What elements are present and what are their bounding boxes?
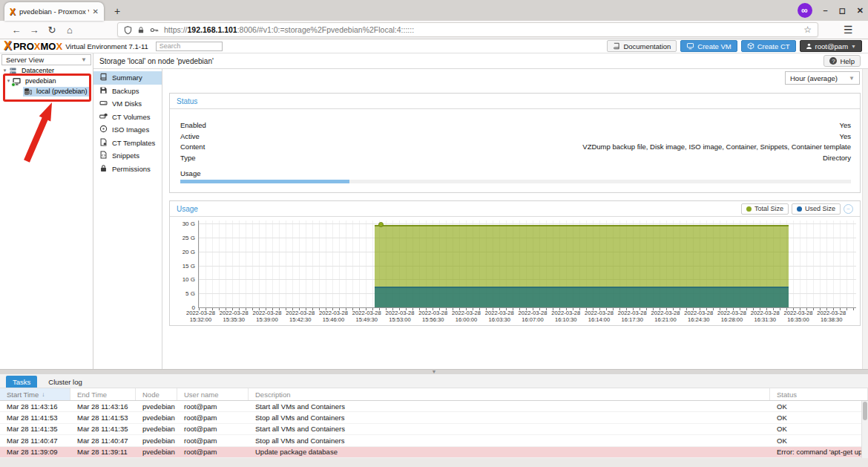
documentation-button[interactable]: Documentation [607, 40, 677, 52]
column-header-user-name[interactable]: User name [177, 388, 249, 400]
column-header-node[interactable]: Node [136, 388, 177, 400]
lock-icon [99, 164, 108, 174]
nav-item-iso-images[interactable]: ISO Images [93, 123, 162, 137]
data-point-marker [378, 222, 384, 227]
x-tick-label: 2022-03-2816:07:00 [519, 310, 548, 323]
usage-progress-bar [180, 180, 851, 183]
browser-tab[interactable]: X pvedebian - Proxmox Virt ✕ [4, 2, 104, 21]
usage-chart-panel: Usage Total SizeUsed Size− 30 G25 G20 G1… [169, 200, 861, 326]
status-panel-title: Status [170, 94, 860, 109]
user-menu-button[interactable]: root@pam ▼ [800, 40, 862, 52]
resource-tree-sidebar: Server View▼ ▾Datacenter▾pvedebianlocal … [0, 53, 93, 369]
tab-tasks[interactable]: Tasks [6, 376, 37, 388]
chevron-down-icon: ▼ [849, 75, 855, 82]
x-tick-label: 2022-03-2815:32:00 [186, 310, 215, 323]
tasks-table-header: Start Time↓End TimeNodeUser nameDescript… [0, 388, 868, 401]
content-scrollbar[interactable] [862, 69, 868, 369]
browser-tab-bar: X pvedebian - Proxmox Virt ✕ + ∞ – ◻ ✕ [0, 0, 868, 21]
legend-total-size[interactable]: Total Size [741, 203, 789, 215]
back-button[interactable]: ← [7, 25, 25, 36]
x-tick-label: 2022-03-2816:31:30 [751, 310, 780, 323]
x-tick-label: 2022-03-2816:14:00 [585, 310, 614, 323]
nav-item-ct-volumes[interactable]: CT Volumes [93, 111, 162, 124]
task-row[interactable]: Mar 28 11:41:35Mar 28 11:41:35pvedebianr… [0, 424, 868, 435]
monitor-icon [686, 42, 694, 50]
usage-label: Usage [180, 168, 851, 178]
x-tick-label: 2022-03-2815:35:30 [220, 310, 249, 323]
node-icon [13, 77, 22, 85]
content-title-bar: Storage 'local' on node 'pvedebian' ?Hel… [93, 53, 868, 69]
create-ct-button[interactable]: Create CT [741, 40, 796, 52]
column-header-end-time[interactable]: End Time [70, 388, 136, 400]
tab-title: pvedebian - Proxmox Virt [19, 7, 89, 16]
proxmox-favicon-icon: X [10, 7, 16, 17]
task-row[interactable]: Mar 28 11:43:16Mar 28 11:43:16pvedebianr… [0, 401, 868, 412]
y-tick-label: 30 G [183, 220, 195, 226]
tab-close-icon[interactable]: ✕ [93, 7, 99, 16]
proxmox-logo: XPROXMOX [4, 39, 62, 53]
tasks-scrollbar[interactable] [861, 401, 868, 458]
status-panel: Status EnabledYesActiveYesContentVZDump … [169, 93, 861, 193]
task-row[interactable]: Mar 28 11:40:47Mar 28 11:40:47pvedebianr… [0, 435, 868, 446]
nav-item-backups[interactable]: Backups [93, 85, 162, 98]
column-header-description[interactable]: Description [249, 388, 770, 400]
view-select[interactable]: Server View▼ [1, 54, 91, 65]
online-badge [11, 82, 16, 87]
nav-item-permissions[interactable]: Permissions [93, 163, 162, 176]
user-icon [806, 42, 812, 50]
url-bar[interactable]: https://192.168.1.101:8006/#v1:0:=storag… [117, 22, 818, 37]
main-panel: Hour (average)▼ Status EnabledYesActiveY… [162, 69, 868, 369]
x-tick-label: 2022-03-2816:35:00 [784, 310, 813, 323]
key-icon[interactable] [150, 26, 159, 34]
search-input[interactable]: Search [156, 42, 223, 51]
task-row[interactable]: Mar 28 11:41:53Mar 28 11:41:53pvedebianr… [0, 412, 868, 423]
hddcube-icon [99, 112, 108, 122]
shield-icon[interactable] [124, 26, 132, 34]
nav-item-summary[interactable]: Summary [93, 71, 162, 85]
tree-item-local[interactable]: local (pvedebian) [0, 86, 93, 97]
expander-icon[interactable]: ▾ [1, 68, 8, 74]
tree-item-pvedebian[interactable]: ▾pvedebian [0, 76, 93, 86]
container-extension-icon[interactable]: ∞ [798, 3, 812, 18]
x-tick-label: 2022-03-2815:39:00 [253, 310, 282, 323]
nav-item-snippets[interactable]: Snippets [93, 149, 162, 163]
tree-item-datacenter[interactable]: ▾Datacenter [0, 65, 93, 76]
x-tick-label: 2022-03-2816:28:00 [717, 310, 746, 323]
x-tick-label: 2022-03-2816:00:00 [452, 310, 481, 323]
x-tick-label: 2022-03-2815:53:00 [386, 310, 415, 323]
filecode-icon [99, 151, 108, 160]
chevron-down-icon: ▼ [851, 44, 856, 49]
browser-toolbar: ← → ↻ ⌂ https://192.168.1.101:8006/#v1:0… [0, 21, 868, 39]
y-tick-label: 25 G [183, 234, 195, 241]
tasks-tab-bar: TasksCluster log [0, 374, 868, 388]
chart-collapse-button[interactable]: − [844, 204, 853, 214]
y-tick-label: 5 G [185, 290, 195, 297]
column-header-status[interactable]: Status [770, 388, 868, 400]
window-minimize-button[interactable]: – [823, 6, 828, 15]
window-bottom-strip [0, 458, 868, 467]
new-tab-button[interactable]: + [114, 5, 120, 17]
menu-hamburger-icon[interactable]: ☰ [844, 24, 853, 36]
window-maximize-button[interactable]: ◻ [839, 6, 846, 16]
help-button[interactable]: ?Help [823, 55, 861, 67]
panel-splitter[interactable]: ▼ [0, 369, 868, 374]
home-button[interactable]: ⌂ [61, 25, 79, 36]
status-row-content: ContentVZDump backup file, Disk image, I… [180, 142, 851, 153]
nav-item-ct-templates[interactable]: CT Templates [93, 137, 162, 150]
bookmark-star-icon[interactable]: ☆ [803, 25, 812, 35]
lock-icon[interactable] [137, 26, 145, 34]
tab-cluster-log[interactable]: Cluster log [42, 376, 88, 388]
create-vm-button[interactable]: Create VM [680, 40, 737, 52]
forward-button[interactable]: → [25, 25, 43, 36]
timeframe-select[interactable]: Hour (average)▼ [785, 71, 860, 85]
window-close-button[interactable]: ✕ [857, 6, 864, 16]
x-tick-label: 2022-03-2816:24:30 [684, 310, 713, 323]
x-tick-label: 2022-03-2815:49:30 [352, 310, 381, 323]
legend-used-size[interactable]: Used Size [792, 203, 841, 215]
nav-item-vm-disks[interactable]: VM Disks [93, 97, 162, 111]
column-header-start-time[interactable]: Start Time↓ [0, 388, 70, 400]
task-row[interactable]: Mar 28 11:39:09Mar 28 11:39:11pvedebianr… [0, 447, 868, 458]
status-row-enabled: EnabledYes [180, 120, 851, 131]
reload-button[interactable]: ↻ [43, 25, 61, 36]
tasks-table-body: Mar 28 11:43:16Mar 28 11:43:16pvedebianr… [0, 401, 868, 458]
